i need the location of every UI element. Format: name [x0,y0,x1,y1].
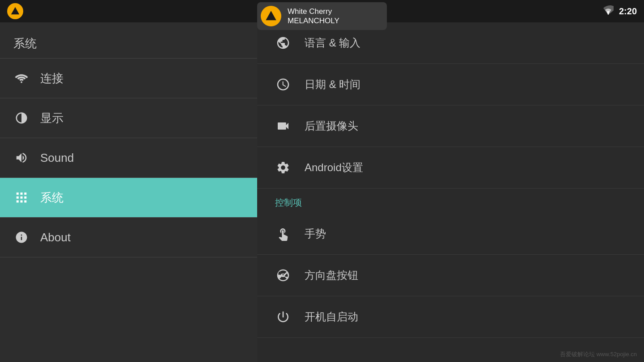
grid-icon [13,191,30,204]
section-header-controls: 控制项 [257,189,644,213]
sidebar-header: 系统 [0,27,257,58]
content-item-label: Android设置 [305,160,363,175]
main-layout: 系统 连接 [0,22,644,362]
content-item-steering[interactable]: 方向盘按钮 [257,255,644,296]
content-item-label: 开机自启动 [305,310,358,324]
brightness-icon [13,111,30,125]
content-item-label: 后置摄像头 [305,119,358,133]
content-item-android[interactable]: Android设置 [257,147,644,189]
gear-icon [275,160,291,175]
status-bar-right: 2:20 [603,5,637,17]
sidebar-item-label: 显示 [40,110,64,126]
clock-icon [275,77,291,92]
sidebar-item-about[interactable]: About [0,218,257,257]
status-bar-left [7,3,23,19]
content-item-autostart[interactable]: 开机自启动 [257,296,644,338]
sidebar-item-label: 连接 [40,71,64,86]
content-item-label: 手势 [305,227,326,241]
wifi-icon [13,72,30,85]
notification-card[interactable]: White Cherry MELANCHOLY [257,2,387,30]
watermark: 吾爱破解论坛 www.52pojie.cn [560,350,637,358]
sidebar-divider-5 [0,257,257,257]
notification-text: White Cherry MELANCHOLY [288,7,339,25]
content-item-gesture[interactable]: 手势 [257,213,644,255]
camera-icon [275,119,291,133]
sidebar-item-system[interactable]: 系统 [0,178,257,217]
sidebar-item-label: Sound [40,151,74,165]
sound-icon [13,151,30,164]
sidebar-item-display[interactable]: 显示 [0,98,257,138]
sidebar-item-sound[interactable]: Sound [0,138,257,177]
svg-point-3 [21,81,22,83]
sidebar-item-connect[interactable]: 连接 [0,59,257,98]
status-time: 2:20 [619,6,637,17]
globe-icon [275,36,291,50]
content-item-label: 日期 & 时间 [305,77,360,92]
svg-marker-0 [11,7,19,15]
content-item-camera[interactable]: 后置摄像头 [257,105,644,147]
notification-subtitle: MELANCHOLY [288,17,339,25]
sidebar-item-label: 系统 [40,190,64,206]
info-icon [13,231,30,244]
wifi-status-icon [603,5,614,17]
notification-icon [261,6,281,26]
sidebar: 系统 连接 [0,22,257,362]
notification-title: White Cherry [288,7,339,17]
content-item-label: 语言 & 输入 [305,36,360,50]
svg-marker-2 [266,11,276,20]
svg-point-1 [607,13,609,15]
content-item-datetime[interactable]: 日期 & 时间 [257,64,644,105]
hand-icon [275,227,291,241]
steering-icon [275,268,291,282]
content-item-label: 方向盘按钮 [305,268,358,282]
sidebar-item-label: About [40,231,71,244]
app-logo [7,3,23,19]
content-area: 语言 & 输入 日期 & 时间 后置摄像头 [257,22,644,362]
power-icon [275,310,291,324]
